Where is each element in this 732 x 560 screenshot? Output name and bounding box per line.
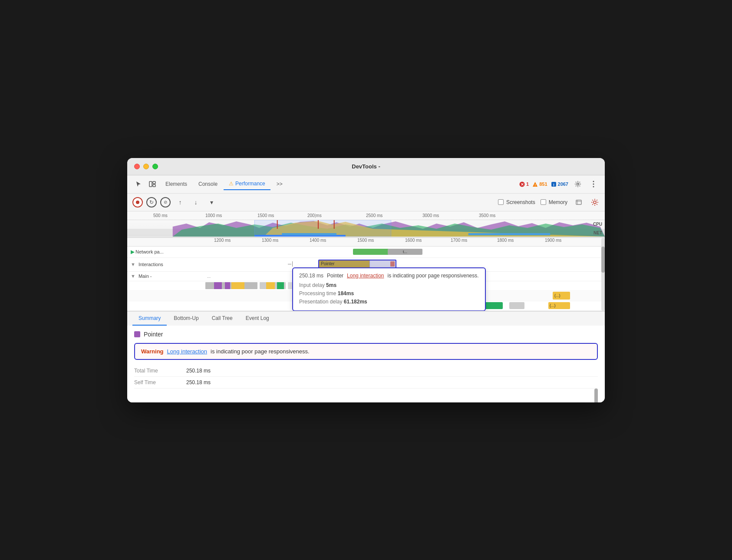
warn-badge: ! 851 bbox=[532, 181, 547, 187]
close-button[interactable] bbox=[134, 164, 140, 169]
tab-event-log[interactable]: Event Log bbox=[240, 312, 275, 326]
memory-checkbox-box[interactable] bbox=[541, 199, 546, 205]
error-badge: ✕ 1 bbox=[519, 181, 529, 187]
svg-rect-14 bbox=[576, 200, 581, 204]
self-time-value: 250.18 ms bbox=[186, 379, 211, 385]
ruler-3000ms: 3000 ms bbox=[422, 213, 439, 218]
performance-settings-icon[interactable] bbox=[590, 198, 600, 207]
more-menu-icon[interactable] bbox=[587, 178, 600, 190]
toolbar-right: ✕ 1 ! 851 ! 2067 bbox=[519, 178, 600, 190]
summary-scrollbar[interactable] bbox=[594, 389, 598, 397]
svg-point-12 bbox=[593, 186, 594, 188]
detail-1300ms: 1300 ms bbox=[262, 238, 278, 243]
svg-rect-2 bbox=[153, 184, 155, 187]
svg-text:!: ! bbox=[553, 182, 554, 187]
ruler-500ms: 500 ms bbox=[153, 213, 168, 218]
dropdown-button[interactable]: ▾ bbox=[205, 196, 218, 208]
upload-button[interactable]: ↑ bbox=[174, 196, 186, 208]
ruler-1500ms: 1500 ms bbox=[257, 213, 274, 218]
tooltip-processing-label: Processing time bbox=[299, 290, 336, 296]
total-time-label: Total Time bbox=[134, 368, 186, 374]
download-button[interactable]: ↓ bbox=[190, 196, 202, 208]
main-track-label: ▼ Main - bbox=[127, 273, 205, 279]
svg-text:!: ! bbox=[534, 183, 536, 187]
warning-rest-text: is indicating poor page responsiveness. bbox=[211, 348, 310, 355]
network-track-content: t... bbox=[205, 247, 605, 257]
tab-summary[interactable]: Summary bbox=[132, 312, 167, 326]
detail-ruler: 1200 ms 1300 ms 1400 ms 1500 ms 1600 ms … bbox=[127, 238, 605, 247]
total-time-value: 250.18 ms bbox=[186, 368, 211, 374]
gray-row3-2 bbox=[509, 302, 524, 309]
tab-call-tree[interactable]: Call Tree bbox=[206, 312, 239, 326]
scrollbar-thumb[interactable] bbox=[601, 247, 605, 273]
toolbar2-right: Screenshots Memory bbox=[498, 196, 600, 208]
tab-bottom-up[interactable]: Bottom-Up bbox=[168, 312, 204, 326]
tab-more[interactable]: >> bbox=[271, 178, 288, 190]
detail-1800ms: 1800 ms bbox=[497, 238, 514, 243]
svg-point-10 bbox=[593, 181, 594, 182]
window-title: DevTools - bbox=[352, 163, 380, 170]
tab-toolbar: Elements Console ⚠Performance >> ✕ 1 ! 8… bbox=[127, 175, 605, 194]
warning-box: Warning Long interaction is indicating p… bbox=[134, 343, 598, 360]
summary-scrollbar-thumb[interactable] bbox=[594, 389, 598, 402]
settings-icon[interactable] bbox=[572, 178, 584, 190]
svg-rect-25 bbox=[468, 233, 551, 235]
devtools-window: DevTools - Elements Console ⚠Performance… bbox=[127, 158, 605, 402]
cursor-icon[interactable] bbox=[132, 178, 145, 190]
tooltip-presentation-value: 61.182ms bbox=[344, 299, 367, 305]
tab-elements[interactable]: Elements bbox=[160, 178, 192, 190]
performance-warn-icon: ⚠ bbox=[229, 181, 234, 187]
pointer-color-swatch bbox=[134, 331, 140, 337]
svg-rect-0 bbox=[149, 181, 152, 187]
maximize-button[interactable] bbox=[152, 164, 158, 169]
refresh-button[interactable]: ↻ bbox=[146, 197, 157, 208]
flame-yellow-1 bbox=[231, 282, 244, 289]
memory-checkbox[interactable]: Memory bbox=[541, 199, 567, 205]
ruler-2000ms: 200|ms bbox=[307, 213, 322, 218]
traffic-lights bbox=[134, 164, 158, 169]
warning-link[interactable]: Long interaction bbox=[167, 348, 208, 355]
tooltip-title-row: 250.18 ms Pointer Long interaction is in… bbox=[299, 273, 479, 279]
detail-1200ms: 1200 ms bbox=[214, 238, 231, 243]
detail-1600ms: 1600 ms bbox=[405, 238, 422, 243]
svg-point-17 bbox=[594, 201, 596, 204]
green-row3 bbox=[483, 302, 503, 309]
summary-scroll-area bbox=[134, 389, 598, 397]
cpu-chart: CPU NET bbox=[127, 220, 605, 237]
recording-toolbar: ↻ ⊘ ↑ ↓ ▾ Screenshots Memory bbox=[127, 194, 605, 211]
total-time-row: Total Time 250.18 ms bbox=[134, 365, 598, 377]
interaction-tooltip: 250.18 ms Pointer Long interaction is in… bbox=[292, 267, 486, 311]
overview-panel: 500 ms 1000 ms 1500 ms 200|ms 2500 ms 30… bbox=[127, 211, 605, 238]
tooltip-warning-text: is indicating poor page responsiveness. bbox=[387, 273, 478, 279]
network-block-2: t... bbox=[388, 249, 422, 255]
detail-1400ms: 1400 ms bbox=[310, 238, 326, 243]
svg-point-11 bbox=[593, 184, 594, 185]
network-track-row: ▶ Network pa... t... bbox=[127, 247, 605, 258]
network-track-label: ▶ Network pa... bbox=[127, 249, 205, 255]
tooltip-ms: 250.18 ms bbox=[299, 273, 323, 279]
interactions-track-label: ▼ Interactions bbox=[127, 262, 205, 267]
tab-performance[interactable]: ⚠Performance bbox=[224, 178, 270, 190]
svg-point-9 bbox=[577, 183, 579, 185]
screenshots-checkbox-box[interactable] bbox=[498, 199, 504, 205]
overview-ruler: 500 ms 1000 ms 1500 ms 200|ms 2500 ms 30… bbox=[127, 211, 605, 220]
tab-bar: Elements Console ⚠Performance >> bbox=[160, 178, 518, 190]
svg-point-13 bbox=[136, 201, 139, 204]
timeline-scrollbar[interactable] bbox=[601, 238, 605, 311]
record-button[interactable] bbox=[132, 197, 143, 208]
net-label: NET bbox=[594, 231, 602, 235]
tab-console[interactable]: Console bbox=[193, 178, 223, 190]
flame-purple-2 bbox=[225, 282, 230, 289]
flame-purple-1 bbox=[214, 282, 222, 289]
info-badge: ! 2067 bbox=[551, 181, 568, 187]
svg-rect-1 bbox=[153, 181, 155, 184]
clear-button[interactable]: ⊘ bbox=[160, 197, 171, 208]
screenshots-checkbox[interactable]: Screenshots bbox=[498, 199, 535, 205]
ruler-2500ms: 2500 ms bbox=[366, 213, 382, 218]
minimize-button[interactable] bbox=[143, 164, 149, 169]
bottom-tab-bar: Summary Bottom-Up Call Tree Event Log bbox=[127, 311, 605, 326]
tooltip-warning-link[interactable]: Long interaction bbox=[347, 273, 384, 279]
tooltip-interaction-label: Pointer bbox=[327, 273, 343, 279]
layout-icon[interactable] bbox=[146, 178, 158, 190]
clear-recording-icon[interactable] bbox=[573, 196, 585, 208]
